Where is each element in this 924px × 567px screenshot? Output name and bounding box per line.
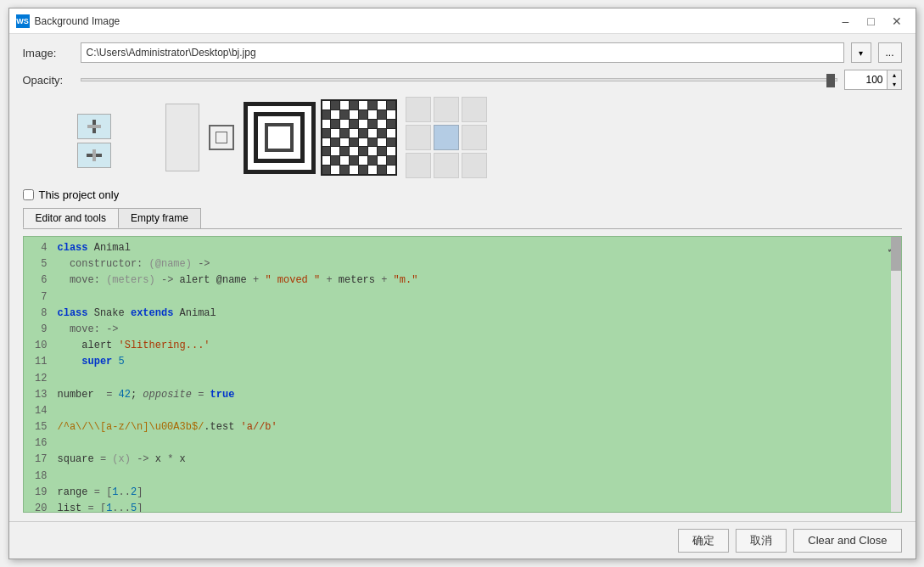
window-controls: – □ ✕ xyxy=(834,12,909,31)
grid-pattern-preview xyxy=(321,99,397,176)
tab-empty-frame[interactable]: Empty frame xyxy=(118,208,201,228)
image-path-input[interactable] xyxy=(81,42,844,63)
code-line-14: 14 xyxy=(31,403,894,419)
project-only-checkbox[interactable] xyxy=(23,189,34,200)
preview-empty xyxy=(165,104,199,171)
code-line-10: 10 alert 'Slithering...' xyxy=(31,338,894,354)
code-line-7: 7 xyxy=(31,289,894,306)
vertical-scrollbar[interactable] xyxy=(891,237,901,512)
clear-close-button[interactable]: Clear and Close xyxy=(793,529,901,553)
code-line-16: 16 xyxy=(31,435,894,452)
code-line-13: 13 number = 42; opposite = true xyxy=(31,387,894,403)
align-vertical-button[interactable] xyxy=(77,114,111,139)
code-line-18: 18 xyxy=(31,469,894,485)
code-line-15: 15 /^a\/\\[a-z/\n]\u00A3b$/.test 'a//b' xyxy=(31,419,894,435)
checkbox-row: This project only xyxy=(23,188,902,201)
preview-square-container xyxy=(204,104,238,171)
alignment-buttons xyxy=(77,97,111,168)
code-line-17: 17 square = (x) -> x * x xyxy=(31,452,894,468)
code-line-6: 6 move: (meters) -> alert @name + " move… xyxy=(31,272,894,289)
footer: 确定 取消 Clear and Close xyxy=(9,521,916,559)
spinner-down-button[interactable]: ▾ xyxy=(888,80,901,89)
code-lines-container: 4 class Animal 5 constructor: (@name) ->… xyxy=(24,240,901,513)
opacity-row: Opacity: ▴ ▾ xyxy=(23,70,902,90)
code-line-8: 8 class Snake extends Animal xyxy=(31,306,894,322)
code-line-12: 12 xyxy=(31,371,894,387)
align-horizontal-button[interactable] xyxy=(77,143,111,168)
background-image-window: WS Background Image – □ ✕ Image: ▾ ... O… xyxy=(8,8,916,559)
code-line-4: 4 class Animal xyxy=(31,240,894,256)
window-title: Background Image xyxy=(35,15,834,27)
spinner-buttons: ▴ ▾ xyxy=(887,70,902,90)
maximize-button[interactable]: □ xyxy=(860,12,883,31)
code-line-20: 20 list = [1...5] xyxy=(31,501,894,513)
square-inner-icon xyxy=(216,132,227,143)
image-row: Image: ▾ ... xyxy=(23,42,902,63)
image-dropdown-button[interactable]: ▾ xyxy=(851,42,871,63)
opacity-slider[interactable] xyxy=(81,78,837,81)
tile-grid xyxy=(406,97,487,178)
code-line-11: 11 super 5 xyxy=(31,354,894,370)
svg-rect-3 xyxy=(92,149,96,161)
preview-images-area xyxy=(165,97,487,178)
minimize-button[interactable]: – xyxy=(834,12,858,31)
code-editor-area: 4 class Animal 5 constructor: (@name) ->… xyxy=(23,236,902,513)
code-line-9: 9 move: -> xyxy=(31,322,894,338)
square-outline-icon xyxy=(209,125,234,150)
svg-rect-1 xyxy=(87,125,101,128)
content-area: Image: ▾ ... Opacity: ▴ ▾ xyxy=(9,34,916,521)
opacity-spinner: ▴ ▾ xyxy=(844,70,902,90)
spinner-up-button[interactable]: ▴ xyxy=(888,70,901,80)
browse-button[interactable]: ... xyxy=(878,42,902,63)
preview-row xyxy=(23,97,902,182)
scrollbar-thumb[interactable] xyxy=(891,237,901,271)
opacity-value-input[interactable] xyxy=(844,70,887,90)
project-only-label: This project only xyxy=(39,188,120,201)
tabs-row: Editor and tools Empty frame xyxy=(23,208,902,229)
nested-squares-preview xyxy=(244,102,316,174)
code-line-19: 19 range = [1..2] xyxy=(31,485,894,501)
confirm-button[interactable]: 确定 xyxy=(678,529,729,553)
tab-editor-tools[interactable]: Editor and tools xyxy=(23,208,119,228)
slider-thumb[interactable] xyxy=(826,74,835,87)
cancel-button[interactable]: 取消 xyxy=(736,529,787,553)
image-label: Image: xyxy=(23,47,74,59)
title-bar: WS Background Image – □ ✕ xyxy=(9,8,916,34)
opacity-label: Opacity: xyxy=(23,74,74,87)
close-button[interactable]: ✕ xyxy=(885,12,909,31)
app-icon: WS xyxy=(16,14,30,28)
code-line-5: 5 constructor: (@name) -> xyxy=(31,256,894,272)
